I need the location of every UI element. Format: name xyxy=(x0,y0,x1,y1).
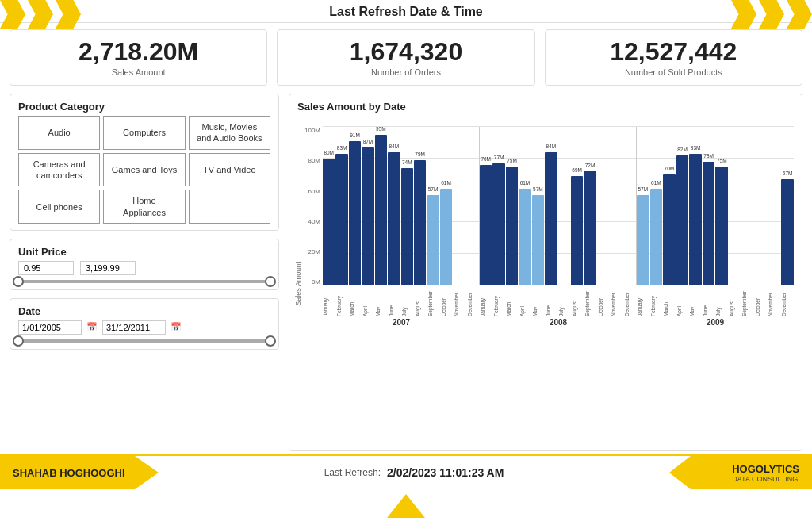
bar-col-2008-9 xyxy=(597,127,609,285)
unit-price-max[interactable] xyxy=(80,261,136,275)
category-music-movies[interactable]: Music, Movies and Audio Books xyxy=(189,116,270,150)
category-grid: Audio Computers Music, Movies and Audio … xyxy=(18,116,270,224)
month-label-2009-6: July xyxy=(715,287,729,317)
bar-label-2009-0: 57M xyxy=(638,186,648,192)
bar-label-2007-7: 79M xyxy=(415,151,425,157)
brand-name: HOGOLYTICS xyxy=(732,463,799,475)
bar-col-2007-1: 83M xyxy=(335,127,347,285)
date-separator-icon: 📅 xyxy=(170,322,182,332)
category-computers[interactable]: Computers xyxy=(103,116,185,150)
year-group-2009: 57M61M70M82M83M78M75M67M xyxy=(637,127,794,285)
unit-price-slider[interactable] xyxy=(18,280,270,283)
bar-2009-1: 61M xyxy=(650,189,663,285)
bar-col-2009-8 xyxy=(742,127,755,285)
unit-price-slider-thumb-right[interactable] xyxy=(265,276,276,287)
year-label-2007: 2007 xyxy=(393,318,410,327)
bar-2008-2: 75M xyxy=(506,167,518,285)
bar-label-2008-3: 61M xyxy=(520,180,530,186)
month-label-2008-6: July xyxy=(558,287,572,317)
bar-2008-4: 57M xyxy=(532,195,544,285)
bar-col-2007-8: 57M xyxy=(427,127,439,285)
bar-col-2008-0: 76M xyxy=(480,127,492,285)
bar-2007-7: 79M xyxy=(414,160,426,285)
bar-label-2007-9: 61M xyxy=(441,180,451,186)
year-group-2007: 80M83M91M87M95M84M74M79M57M61M xyxy=(323,127,480,285)
bar-col-2008-2: 75M xyxy=(506,127,518,285)
chevron-icon xyxy=(56,0,81,29)
bar-2008-1: 77M xyxy=(492,163,504,285)
category-cameras[interactable]: Cameras and camcorders xyxy=(18,153,100,187)
month-label-2009-5: June xyxy=(703,287,716,317)
up-arrow-icon xyxy=(387,494,425,518)
bar-col-2009-5: 78M xyxy=(703,127,715,285)
chevron-icon xyxy=(28,0,53,29)
kpi-orders: 1,674,320 Number of Orders xyxy=(277,29,534,86)
bar-col-2009-0: 57M xyxy=(637,127,649,285)
bar-col-2008-4: 57M xyxy=(532,127,544,285)
bar-2009-3: 82M xyxy=(676,155,689,285)
bar-label-2009-6: 75M xyxy=(717,158,727,163)
month-label-2008-4: May xyxy=(532,287,546,317)
bar-2007-6: 74M xyxy=(401,168,413,285)
bar-col-2009-2: 70M xyxy=(663,127,676,285)
bar-label-2007-4: 95M xyxy=(376,126,386,132)
month-label-2007-10: November xyxy=(454,287,467,317)
bar-col-2007-3: 87M xyxy=(362,127,373,285)
month-label-2007-4: May xyxy=(375,287,389,317)
kpi-row: 2,718.20M Sales Amount 1,674,320 Number … xyxy=(0,23,812,90)
unit-price-min[interactable] xyxy=(18,261,74,275)
bar-col-2008-5: 84M xyxy=(545,127,557,285)
chart-wrapper: 0M 20M 40M 60M 80M 100M xyxy=(297,116,794,444)
date-slider-thumb-right[interactable] xyxy=(265,335,276,347)
bar-2008-3: 61M xyxy=(519,189,530,285)
bar-label-2008-8: 72M xyxy=(585,163,596,168)
bar-label-2007-5: 84M xyxy=(389,144,399,149)
month-label-2007-8: September xyxy=(427,287,441,317)
left-panel: Product Category Audio Computers Music, … xyxy=(10,94,279,451)
footer-brand: HOGOLYTICS DATA CONSULTING xyxy=(669,456,812,489)
bar-label-2009-3: 82M xyxy=(677,147,688,152)
bar-label-2007-0: 80M xyxy=(324,150,334,155)
bar-2007-2: 91M xyxy=(349,141,361,285)
bar-col-2008-11 xyxy=(623,127,635,285)
product-category-title: Product Category xyxy=(18,101,270,113)
unit-price-slider-thumb-left[interactable] xyxy=(13,276,24,287)
bar-label-2007-6: 74M xyxy=(402,159,412,165)
category-cell-phones[interactable]: Cell phones xyxy=(18,190,100,224)
refresh-value: 2/02/2023 11:01:23 AM xyxy=(387,466,504,479)
refresh-label: Last Refresh: xyxy=(324,467,381,478)
date-end[interactable] xyxy=(102,320,166,335)
product-category-section: Product Category Audio Computers Music, … xyxy=(10,94,279,231)
header-decoration-left xyxy=(0,0,81,29)
month-label-2008-3: April xyxy=(519,287,533,317)
bar-2007-5: 84M xyxy=(388,152,400,285)
category-home-appliances[interactable]: Home Appliances xyxy=(103,190,185,224)
xaxis-year-2008: JanuaryFebruaryMarchAprilMayJuneJulyAugu… xyxy=(480,287,637,327)
y-axis-label: Sales Amount xyxy=(294,262,302,306)
month-label-2008-1: February xyxy=(493,287,507,317)
y-tick-100m: 100M xyxy=(297,127,323,134)
year-label-2008: 2008 xyxy=(550,318,567,327)
bar-2007-3: 87M xyxy=(362,147,373,285)
date-slider[interactable] xyxy=(18,339,270,343)
bar-2007-0: 80M xyxy=(323,159,335,285)
bar-label-2009-4: 83M xyxy=(691,145,701,151)
bar-2009-5: 78M xyxy=(703,162,715,285)
category-tv-video[interactable]: TV and Video xyxy=(189,153,270,187)
bar-col-2007-7: 79M xyxy=(414,127,426,285)
y-tick-80m: 80M xyxy=(297,157,323,164)
bar-2008-5: 84M xyxy=(545,152,557,285)
bar-col-2007-11 xyxy=(466,127,478,285)
category-audio[interactable]: Audio xyxy=(18,116,100,150)
bar-label-2008-5: 84M xyxy=(546,144,556,149)
month-label-2009-1: February xyxy=(650,287,664,317)
category-games-toys[interactable]: Games and Toys xyxy=(103,153,185,187)
date-slider-thumb-left[interactable] xyxy=(13,335,24,347)
month-label-2007-0: January xyxy=(323,287,336,317)
xaxis-year-2009: JanuaryFebruaryMarchAprilMayJuneJulyAugu… xyxy=(637,287,794,327)
kpi-sold-label: Number of Sold Products xyxy=(625,67,722,77)
month-label-2009-4: May xyxy=(689,287,703,317)
date-separator: 📅 xyxy=(86,322,98,332)
date-start[interactable] xyxy=(18,320,82,335)
bar-col-2007-2: 91M xyxy=(349,127,361,285)
